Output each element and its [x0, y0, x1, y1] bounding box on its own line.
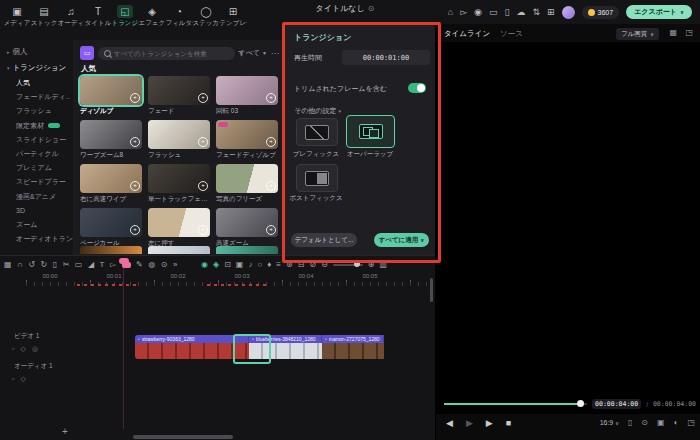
- mixer-icon[interactable]: ≡: [276, 256, 281, 273]
- nav-audio[interactable]: ♫ オーディオ: [58, 5, 84, 28]
- text-icon[interactable]: T: [100, 256, 105, 273]
- undo-icon[interactable]: ↺: [28, 256, 35, 273]
- pointer-icon[interactable]: ▻: [110, 256, 116, 273]
- group-transition[interactable]: ▾ トランジション: [0, 60, 73, 76]
- mode-prefix[interactable]: [296, 118, 338, 146]
- nav-effect[interactable]: ◈ エフェクト: [139, 5, 165, 28]
- zoom-tool-icon[interactable]: ⊙: [161, 256, 168, 273]
- applied-transition-selection[interactable]: [233, 334, 271, 364]
- play-icon[interactable]: ▶: [486, 418, 493, 428]
- transition-item[interactable]: + 右に高速ワイプ: [80, 164, 142, 205]
- clip-segment[interactable]: ▫ marron-2727075_1280: [322, 335, 384, 359]
- add-icon[interactable]: +: [266, 93, 276, 103]
- nav-template[interactable]: ⊞ テンプレート: [220, 5, 246, 28]
- transition-item[interactable]: + 単一トラックフェード: [148, 164, 210, 205]
- record-button-icon[interactable]: ◉: [201, 256, 208, 273]
- avatar[interactable]: [562, 6, 575, 19]
- sidebar-item[interactable]: パーティクル: [0, 147, 73, 161]
- device-icon[interactable]: ▯: [504, 7, 509, 17]
- device-preview-icon[interactable]: ▯: [628, 418, 632, 427]
- display-icon[interactable]: ▭: [489, 7, 498, 17]
- add-icon[interactable]: +: [130, 181, 140, 191]
- detach-icon[interactable]: ◳: [685, 28, 693, 37]
- sidebar-item[interactable]: スライドショー: [0, 133, 73, 147]
- screen-record-icon[interactable]: ⊡: [224, 256, 231, 273]
- sidebar-item[interactable]: 人気: [0, 76, 73, 90]
- cloud-icon[interactable]: ☁: [516, 7, 525, 17]
- sidebar-item[interactable]: プレミアム: [0, 161, 73, 175]
- sidebar-item[interactable]: 3D: [0, 204, 73, 218]
- stop-icon[interactable]: ■: [506, 418, 511, 428]
- subtitle-icon[interactable]: ⊟: [298, 256, 305, 273]
- vertical-scrollbar[interactable]: [430, 278, 433, 302]
- mask-icon[interactable]: ◍: [148, 256, 155, 273]
- add-icon[interactable]: +: [198, 181, 208, 191]
- seek-slider[interactable]: [444, 403, 587, 405]
- audio-icon[interactable]: ♪: [248, 256, 252, 273]
- add-icon[interactable]: +: [130, 93, 140, 103]
- zoom-slider-handle[interactable]: [354, 261, 360, 267]
- voiceover-icon[interactable]: ♦: [267, 256, 271, 273]
- transition-thumbnail-partial[interactable]: [148, 246, 210, 254]
- coins-badge[interactable]: 3607: [582, 6, 620, 19]
- search-input[interactable]: [114, 50, 229, 57]
- record-icon[interactable]: ◉: [474, 7, 482, 17]
- speed-icon[interactable]: ◢: [88, 256, 94, 273]
- add-track-button[interactable]: +: [62, 426, 68, 437]
- eye-icon[interactable]: ◎: [32, 345, 38, 353]
- nav-filter[interactable]: ◔ フィルター: [166, 5, 192, 28]
- video-clip[interactable]: ▫ strawberry-90363_1280 ▫ blueberries-38…: [135, 335, 425, 359]
- sidebar-item[interactable]: フェードルディ..: [0, 90, 73, 104]
- transition-item[interactable]: + ページカール: [80, 208, 142, 249]
- zoom-out-icon[interactable]: ⊖: [321, 256, 328, 273]
- sidebar-item[interactable]: 限定素材: [0, 119, 73, 133]
- snap-icon[interactable]: ∩: [17, 256, 23, 273]
- project-settings-icon[interactable]: ⊙: [368, 4, 375, 13]
- sidebar-item[interactable]: ズーム: [0, 218, 73, 232]
- search-box[interactable]: [98, 47, 235, 60]
- keyframe-icon[interactable]: ◈: [213, 256, 219, 273]
- transfer-icon[interactable]: ⇅: [532, 7, 540, 17]
- render-settings-icon[interactable]: ⊙: [641, 418, 648, 427]
- nav-stock[interactable]: ▤ ストック: [31, 5, 57, 28]
- export-button[interactable]: エクスポート ∨: [626, 5, 692, 19]
- layout-icon[interactable]: ▦: [669, 28, 677, 37]
- nav-media[interactable]: ▣ メディア: [4, 5, 30, 28]
- transition-item[interactable]: + 写真のフリーズ: [216, 164, 278, 205]
- transition-item[interactable]: + フラッシュ: [148, 120, 210, 161]
- sidebar-item[interactable]: オーディオトラン..: [0, 232, 73, 246]
- transition-item[interactable]: + 高速ズーム: [216, 208, 278, 249]
- sidebar-item[interactable]: スピードブラー: [0, 175, 73, 189]
- clip-segment[interactable]: ▫ strawberry-90363_1280: [135, 335, 249, 359]
- transition-item[interactable]: + フェードディゾルブ: [216, 120, 278, 161]
- store-icon[interactable]: ⌂: [448, 7, 453, 17]
- pen-icon[interactable]: ✎: [136, 256, 143, 273]
- add-icon[interactable]: +: [198, 93, 208, 103]
- redo-icon[interactable]: ↻: [41, 256, 48, 273]
- tab-source[interactable]: ソース: [500, 29, 523, 39]
- split-icon[interactable]: ✂: [63, 256, 70, 273]
- add-icon[interactable]: +: [130, 137, 140, 147]
- tab-timeline[interactable]: タイムライン: [444, 29, 490, 39]
- transition-item[interactable]: + 回転 03: [216, 76, 278, 117]
- add-icon[interactable]: +: [266, 137, 276, 147]
- more-tools-icon[interactable]: »: [173, 256, 177, 273]
- keyframe-track-icon[interactable]: ◇: [20, 345, 25, 353]
- add-icon[interactable]: +: [198, 225, 208, 235]
- nav-title[interactable]: T タイトル: [85, 5, 111, 28]
- fit-timeline-icon[interactable]: ▥: [380, 256, 388, 273]
- add-icon[interactable]: +: [130, 225, 140, 235]
- transition-item[interactable]: + 左に押す: [148, 208, 210, 249]
- seek-handle[interactable]: [577, 400, 584, 407]
- filter-dropdown[interactable]: すべて ▼: [239, 48, 267, 58]
- more-menu[interactable]: ⋯: [271, 49, 279, 58]
- transition-item[interactable]: + ディゾルブ: [80, 76, 142, 117]
- webcam-icon[interactable]: ▣: [236, 256, 244, 273]
- playhead-handle[interactable]: [119, 258, 129, 264]
- auto-sync-icon[interactable]: ⊛: [286, 256, 293, 273]
- add-icon[interactable]: +: [266, 181, 276, 191]
- media-manage-icon[interactable]: ▦: [4, 256, 12, 273]
- lock-icon[interactable]: ▫: [12, 375, 14, 383]
- aspect-ratio-dropdown[interactable]: 16:9 ∨: [600, 419, 619, 426]
- transition-item[interactable]: + フェード: [148, 76, 210, 117]
